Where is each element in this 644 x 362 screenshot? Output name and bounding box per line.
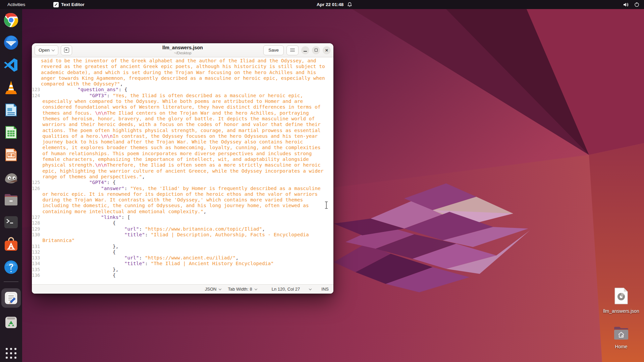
- new-document-button[interactable]: [61, 45, 72, 55]
- activities-button[interactable]: Activities: [5, 2, 27, 7]
- minimize-button[interactable]: [301, 46, 309, 54]
- dock-item-vlc[interactable]: [3, 79, 19, 96]
- code-text: {: [42, 249, 333, 255]
- line-number: 133: [32, 255, 42, 261]
- code-text: "answer": "Yes, the 'Iliad' by Homer is …: [42, 186, 333, 215]
- desktop-icon-label: Home: [601, 344, 641, 349]
- insert-mode-label: INS: [321, 287, 329, 292]
- close-button[interactable]: ×: [323, 46, 331, 54]
- dock-item-gimp[interactable]: [3, 169, 19, 185]
- desktop-icon-home[interactable]: Home: [601, 326, 641, 349]
- code-text: "title": "Iliad | Description, Authorshi…: [42, 232, 333, 244]
- code-line[interactable]: 126 "answer": "Yes, the 'Iliad' by Homer…: [32, 186, 333, 215]
- window-title: llm_answers.json: [162, 45, 203, 51]
- calc-icon: [3, 124, 19, 140]
- cursor-position-indicator[interactable]: Ln 120, Col 27: [272, 287, 300, 292]
- dock-item-text-editor[interactable]: [1, 288, 21, 308]
- clock-label: Apr 22 01:48: [317, 2, 343, 7]
- code-line[interactable]: 134 "title": "The Iliad | Ancient Histor…: [32, 261, 333, 266]
- dock-item-libreoffice-calc[interactable]: [3, 124, 19, 140]
- code-line[interactable]: 123 "question_ans": {: [32, 87, 333, 93]
- headerbar: Open llm_answers.json ~/Desktop Save ×: [32, 43, 333, 57]
- files-icon: [3, 192, 19, 208]
- dock-item-terminal[interactable]: [3, 214, 19, 230]
- help-icon: ?: [3, 259, 19, 275]
- code-text: "title": "The Iliad | Ancient History En…: [42, 261, 333, 266]
- clock-menu[interactable]: Apr 22 01:48: [317, 0, 352, 9]
- dock-item-trash[interactable]: [3, 314, 19, 330]
- code-text: "url": "https://www.britannica.com/topic…: [42, 226, 333, 232]
- code-text: said to be the inventor of the Greek alp…: [41, 58, 333, 87]
- save-button-label: Save: [268, 48, 279, 53]
- software-icon: [3, 237, 19, 253]
- svg-text:?: ?: [9, 262, 14, 271]
- close-icon: ×: [325, 48, 328, 53]
- dock-item-files[interactable]: [3, 192, 19, 208]
- dock-item-help[interactable]: ?: [3, 259, 19, 275]
- chrome-icon: [3, 12, 19, 28]
- language-label: JSON: [205, 287, 217, 292]
- position-menu-button[interactable]: [309, 288, 311, 290]
- terminal-icon: [3, 214, 19, 230]
- insert-mode-indicator[interactable]: INS: [321, 287, 329, 292]
- code-line[interactable]: 124 "GPT3": "Yes, the Iliad is often des…: [32, 93, 333, 180]
- code-line[interactable]: said to be the inventor of the Greek alp…: [32, 58, 333, 87]
- line-number: [32, 58, 41, 87]
- tab-width-selector[interactable]: Tab Width: 8: [228, 287, 257, 292]
- hamburger-menu-icon: [290, 49, 295, 52]
- dock-item-chrome[interactable]: [3, 12, 19, 28]
- maximize-button[interactable]: [312, 46, 320, 54]
- code-line[interactable]: 127 "links": [: [32, 215, 333, 220]
- dock: ?: [0, 9, 22, 362]
- trash-icon: [3, 314, 19, 330]
- language-selector[interactable]: JSON: [205, 287, 221, 292]
- cursor-position-label: Ln 120, Col 27: [272, 287, 300, 292]
- impress-icon: [3, 147, 19, 163]
- code-line[interactable]: 136 {: [32, 273, 333, 278]
- line-number: 131: [32, 244, 42, 249]
- code-line[interactable]: 125 "GPT4": {: [32, 180, 333, 185]
- desktop-icon-label: llm_answers.json: [601, 308, 641, 314]
- editor-content[interactable]: said to be the inventor of the Greek alp…: [32, 57, 333, 284]
- code-line[interactable]: 128 {: [32, 220, 333, 226]
- code-text: },: [42, 244, 333, 249]
- new-document-icon: [64, 48, 69, 53]
- text-editor-window: Open llm_answers.json ~/Desktop Save × s…: [32, 43, 333, 294]
- code-line[interactable]: 135 },: [32, 267, 333, 273]
- system-tray[interactable]: [623, 0, 639, 9]
- line-number: 126: [32, 186, 42, 215]
- text-editor-app-icon: [53, 2, 59, 7]
- code-text: {: [42, 273, 333, 278]
- writer-icon: [3, 102, 19, 118]
- code-line[interactable]: 131 },: [32, 244, 333, 249]
- code-line[interactable]: 132 {: [32, 249, 333, 255]
- line-number: 129: [32, 226, 42, 232]
- main-menu-button[interactable]: [286, 45, 299, 55]
- code-line[interactable]: 130 "title": "Iliad | Description, Autho…: [32, 232, 333, 244]
- code-text: "url": "https://www.ancient.eu/iliad/",: [42, 255, 333, 261]
- window-title-block: llm_answers.json ~/Desktop: [162, 45, 203, 55]
- minimize-icon: [304, 51, 307, 52]
- gimp-icon: [3, 169, 19, 185]
- dock-item-app-grid[interactable]: [4, 347, 18, 360]
- line-number: 135: [32, 267, 42, 273]
- dock-item-vscode[interactable]: [3, 57, 19, 73]
- desktop-icon-llm-answers-json[interactable]: llm_answers.json: [601, 287, 641, 314]
- code-text: "GPT4": {: [42, 180, 333, 185]
- dock-item-ubuntu-software[interactable]: [3, 237, 19, 253]
- dock-item-libreoffice-impress[interactable]: [3, 147, 19, 163]
- open-button[interactable]: Open: [35, 45, 58, 55]
- focused-app-label: Text Editor: [61, 2, 85, 7]
- code-line[interactable]: 129 "url": "https://www.britannica.com/t…: [32, 226, 333, 232]
- dock-item-libreoffice-writer[interactable]: [3, 102, 19, 118]
- code-line[interactable]: 133 "url": "https://www.ancient.eu/iliad…: [32, 255, 333, 261]
- chevron-down-icon: [309, 287, 312, 290]
- save-button[interactable]: Save: [263, 45, 284, 55]
- power-icon: [634, 2, 639, 7]
- code-text: "GPT3": "Yes, the Iliad is often describ…: [42, 93, 333, 180]
- bell-icon: [347, 2, 352, 7]
- tab-width-label: Tab Width: 8: [228, 287, 252, 292]
- dock-item-thunderbird[interactable]: [3, 35, 19, 51]
- focused-app-menu[interactable]: Text Editor: [53, 2, 85, 7]
- chevron-down-icon: [52, 48, 55, 51]
